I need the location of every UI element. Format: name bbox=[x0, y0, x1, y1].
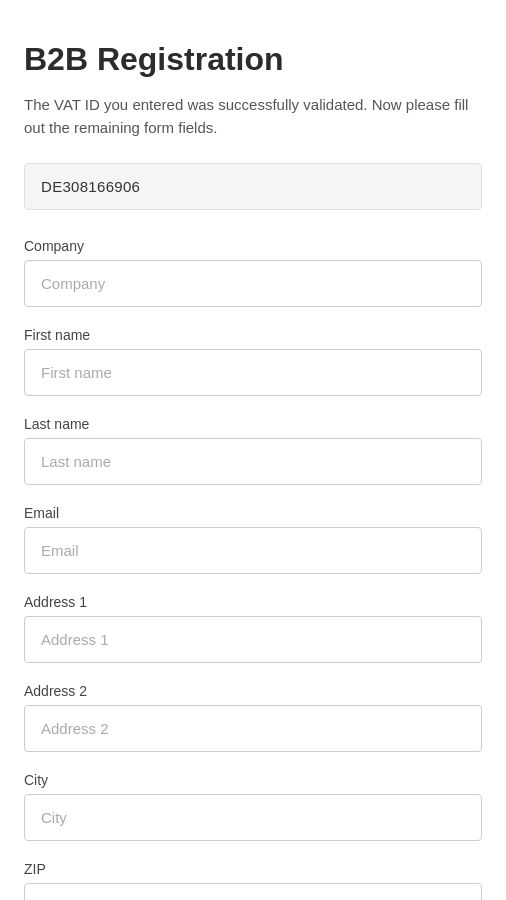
first-name-group: First name bbox=[24, 327, 482, 396]
address2-input[interactable] bbox=[24, 705, 482, 752]
company-group: Company bbox=[24, 238, 482, 307]
address2-label: Address 2 bbox=[24, 683, 482, 699]
address1-input[interactable] bbox=[24, 616, 482, 663]
vat-id-display: DE308166906 bbox=[24, 163, 482, 210]
last-name-group: Last name bbox=[24, 416, 482, 485]
email-input[interactable] bbox=[24, 527, 482, 574]
company-input[interactable] bbox=[24, 260, 482, 307]
email-group: Email bbox=[24, 505, 482, 574]
zip-group: ZIP bbox=[24, 861, 482, 900]
zip-input[interactable] bbox=[24, 883, 482, 900]
city-label: City bbox=[24, 772, 482, 788]
city-group: City bbox=[24, 772, 482, 841]
address1-group: Address 1 bbox=[24, 594, 482, 663]
email-label: Email bbox=[24, 505, 482, 521]
address1-label: Address 1 bbox=[24, 594, 482, 610]
page-title: B2B Registration bbox=[24, 40, 482, 78]
first-name-input[interactable] bbox=[24, 349, 482, 396]
first-name-label: First name bbox=[24, 327, 482, 343]
address2-group: Address 2 bbox=[24, 683, 482, 752]
last-name-input[interactable] bbox=[24, 438, 482, 485]
page-subtitle: The VAT ID you entered was successfully … bbox=[24, 94, 482, 139]
city-input[interactable] bbox=[24, 794, 482, 841]
zip-label: ZIP bbox=[24, 861, 482, 877]
company-label: Company bbox=[24, 238, 482, 254]
last-name-label: Last name bbox=[24, 416, 482, 432]
